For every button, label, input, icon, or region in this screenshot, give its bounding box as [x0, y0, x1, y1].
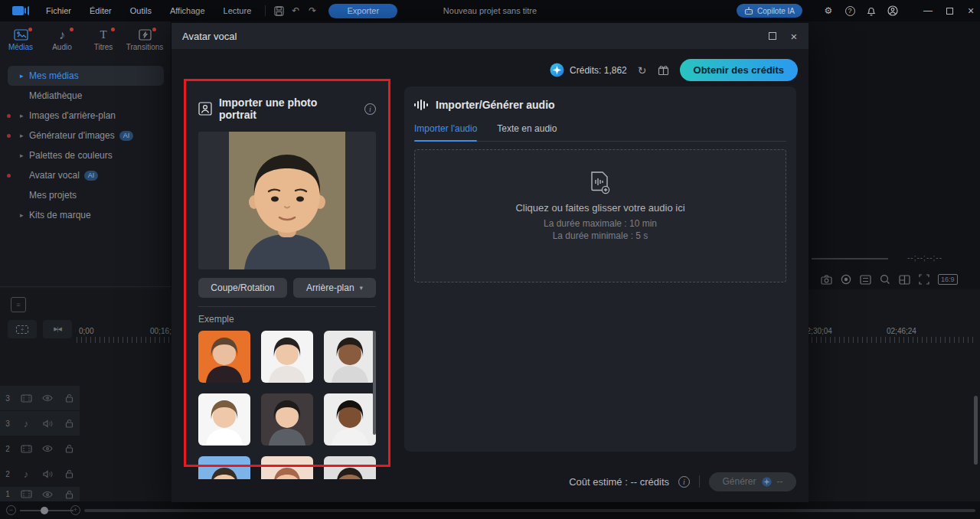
lock-icon[interactable]: [58, 419, 80, 428]
speaker-mute-icon[interactable]: [37, 419, 58, 428]
tab-transitions[interactable]: Transitions: [124, 29, 165, 51]
chevron-right-icon: ▸: [20, 72, 24, 80]
audio-dropzone[interactable]: Cliquez ou faites glisser votre audio ic…: [414, 149, 786, 282]
notification-dot: [28, 28, 32, 31]
info-icon[interactable]: i: [678, 476, 690, 488]
tab-importer-audio[interactable]: Importer l'audio: [414, 123, 477, 141]
refresh-icon[interactable]: ↻: [638, 64, 647, 77]
sidebar-item-kits-de-marque[interactable]: ▸Kits de marque: [0, 205, 172, 225]
lock-icon[interactable]: [58, 469, 80, 478]
timeline-ruler[interactable]: [802, 337, 975, 343]
menu-fichier[interactable]: Fichier: [37, 6, 80, 15]
sidebar-item-palettes-couleurs[interactable]: ▸Palettes de couleurs: [0, 145, 172, 165]
tab-titres[interactable]: T Titres: [83, 29, 124, 51]
notification-dot: [152, 28, 156, 31]
tab-texte-en-audio[interactable]: Texte en audio: [497, 123, 557, 141]
uploaded-photo-container[interactable]: [198, 132, 376, 269]
auto-ripple-button[interactable]: ▶|◀: [43, 320, 72, 338]
timeline-vertical-scrollbar[interactable]: [974, 396, 978, 465]
menu-editer[interactable]: Éditer: [80, 6, 121, 15]
tab-audio[interactable]: ♪ Audio: [41, 29, 83, 51]
add-to-timeline-button[interactable]: +: [8, 320, 37, 338]
sidebar-item-avatar-vocal[interactable]: Avatar vocalAI: [0, 165, 172, 185]
modal-maximize-button[interactable]: [761, 23, 784, 49]
modal-header: Avatar vocal ×: [172, 23, 808, 49]
menu-lecture[interactable]: Lecture: [214, 6, 261, 15]
properties-list-icon[interactable]: [860, 275, 871, 285]
undo-icon[interactable]: ↶: [287, 5, 304, 16]
settings-gear-icon[interactable]: ⚙: [819, 0, 838, 21]
redo-icon[interactable]: ↷: [304, 5, 321, 16]
sidebar-item-mediatheque[interactable]: Médiathèque: [0, 86, 172, 106]
lock-icon[interactable]: [58, 393, 80, 403]
fullscreen-icon[interactable]: [919, 274, 929, 285]
example-photo[interactable]: [324, 393, 376, 446]
zoom-in-icon[interactable]: +: [70, 505, 80, 515]
sidebar-item-mes-projets[interactable]: Mes projets: [0, 185, 172, 205]
tab-medias[interactable]: Médias: [0, 29, 41, 51]
track-header-video-2[interactable]: 2: [0, 436, 80, 461]
zoom-out-icon[interactable]: −: [6, 505, 16, 515]
eye-icon[interactable]: [37, 491, 58, 498]
split-layout-icon[interactable]: [899, 275, 910, 285]
modal-footer: Coût estimé : -- crédits i Générer --: [172, 470, 808, 493]
dropzone-min-duration: La durée minimale : 5 s: [553, 230, 648, 241]
example-photo[interactable]: [261, 393, 313, 446]
restore-button[interactable]: [940, 0, 959, 21]
example-photo[interactable]: [261, 331, 313, 383]
uploaded-portrait-photo: [229, 132, 345, 269]
snapshot-camera-icon[interactable]: [821, 275, 832, 285]
film-icon: [15, 445, 37, 453]
examples-scrollbar[interactable]: [373, 331, 376, 435]
help-icon[interactable]: ?: [841, 0, 859, 21]
timeline-horizontal-scrollbar[interactable]: [84, 509, 975, 512]
zoom-slider-handle[interactable]: [41, 507, 48, 514]
track-header-video-1[interactable]: 1: [0, 487, 80, 501]
sidebar-item-generateur-images[interactable]: ▸Générateur d'imagesAI: [0, 126, 172, 145]
example-photo[interactable]: [198, 331, 250, 383]
example-photo[interactable]: [198, 393, 250, 446]
manage-tracks-icon[interactable]: ≡: [11, 297, 26, 312]
record-icon[interactable]: [841, 274, 851, 285]
photo-import-panel: Importer une photo portrait i: [186, 81, 388, 465]
crop-rotation-button[interactable]: Coupe/Rotation: [198, 278, 287, 298]
copilot-ai-button[interactable]: Copilote IA: [737, 4, 802, 18]
menu-outils[interactable]: Outils: [121, 6, 161, 15]
music-note-icon: ♪: [59, 29, 65, 41]
gift-icon[interactable]: [658, 64, 669, 76]
minimize-button[interactable]: —: [919, 0, 937, 21]
save-icon[interactable]: [270, 6, 287, 16]
sidebar-item-images-arriere-plan[interactable]: ▸Images d'arrière-plan: [0, 106, 172, 126]
portrait-icon: [198, 102, 212, 116]
credit-cost-coin-icon: [762, 477, 772, 487]
modal-close-button[interactable]: ×: [782, 23, 805, 49]
menu-affichage[interactable]: Affichage: [161, 6, 214, 15]
app-logo-icon: [12, 5, 31, 16]
photo-panel-title: Importer une photo portrait: [219, 96, 358, 121]
sidebar-item-mes-medias[interactable]: ▸Mes médias: [8, 66, 164, 86]
timeline-ruler[interactable]: [77, 337, 172, 343]
chevron-right-icon: ▸: [20, 112, 24, 119]
notifications-bell-icon[interactable]: [862, 0, 880, 21]
aspect-ratio-button[interactable]: 16:9: [938, 274, 958, 285]
eye-icon[interactable]: [37, 394, 58, 402]
example-photo[interactable]: [324, 331, 376, 383]
track-header-audio-2[interactable]: 2 ♪: [0, 462, 80, 486]
lock-icon[interactable]: [58, 444, 80, 453]
preview-progress-slider[interactable]: [812, 258, 888, 260]
get-credits-button[interactable]: Obtenir des crédits: [680, 59, 798, 81]
info-icon[interactable]: i: [364, 103, 376, 115]
generate-button[interactable]: Générer --: [709, 472, 796, 491]
lock-icon[interactable]: [58, 490, 80, 499]
track-header-video-3[interactable]: 3: [0, 386, 80, 410]
audio-import-panel: Importer/Générer audio Importer l'audio …: [404, 86, 796, 452]
background-button[interactable]: Arrière-plan▾: [293, 278, 376, 298]
track-header-audio-3[interactable]: 3 ♪: [0, 411, 80, 436]
account-icon[interactable]: [884, 0, 902, 21]
music-note-icon: ♪: [15, 418, 37, 429]
export-button[interactable]: Exporter: [328, 4, 397, 18]
eye-icon[interactable]: [37, 445, 58, 452]
close-button[interactable]: ×: [962, 0, 980, 21]
speaker-mute-icon[interactable]: [37, 470, 58, 478]
preview-zoom-icon[interactable]: [880, 274, 890, 285]
